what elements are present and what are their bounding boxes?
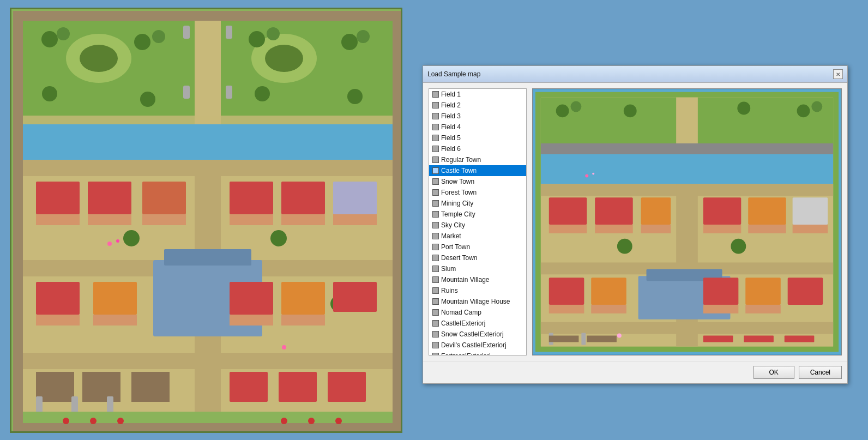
map-list-item[interactable]: Mountain Village House bbox=[429, 296, 526, 307]
map-list-item[interactable]: Castle Town bbox=[429, 165, 526, 176]
map-list-item[interactable]: Mountain Village bbox=[429, 274, 526, 285]
svg-point-18 bbox=[140, 92, 155, 107]
svg-rect-126 bbox=[549, 336, 579, 342]
map-list-item[interactable]: CastleIExteriorj bbox=[429, 318, 526, 329]
svg-point-76 bbox=[308, 418, 315, 424]
map-item-label: Field 4 bbox=[441, 123, 461, 131]
svg-point-70 bbox=[282, 345, 286, 349]
map-list-item[interactable]: FortressiExteriorj bbox=[429, 351, 526, 355]
map-list-item[interactable]: Field 6 bbox=[429, 143, 526, 154]
ok-button[interactable]: OK bbox=[754, 366, 794, 379]
svg-point-72 bbox=[63, 418, 69, 424]
map-list-item[interactable]: Regular Town bbox=[429, 154, 526, 165]
svg-rect-38 bbox=[230, 182, 273, 214]
svg-rect-41 bbox=[281, 214, 325, 225]
svg-point-102 bbox=[617, 239, 632, 254]
svg-point-116 bbox=[571, 101, 582, 112]
svg-point-103 bbox=[731, 239, 746, 254]
map-list-item[interactable]: Temple City bbox=[429, 209, 526, 220]
svg-point-118 bbox=[737, 102, 750, 115]
svg-point-122 bbox=[592, 173, 594, 175]
svg-rect-31 bbox=[23, 353, 393, 369]
svg-point-117 bbox=[624, 105, 637, 118]
map-item-icon bbox=[432, 124, 439, 130]
map-item-icon bbox=[432, 331, 439, 337]
map-list-item[interactable]: Mining City bbox=[429, 198, 526, 209]
map-item-icon bbox=[432, 342, 439, 348]
map-list-item[interactable]: Field 4 bbox=[429, 122, 526, 132]
map-item-label: Temple City bbox=[441, 210, 475, 218]
svg-point-74 bbox=[117, 418, 124, 424]
map-list-item[interactable]: Slum bbox=[429, 263, 526, 274]
svg-rect-107 bbox=[549, 305, 584, 314]
svg-rect-43 bbox=[333, 214, 377, 225]
svg-rect-60 bbox=[82, 372, 120, 402]
map-list-item[interactable]: Desert Town bbox=[429, 252, 526, 263]
map-list-item[interactable]: Nomad Camp bbox=[429, 307, 526, 318]
map-item-label: Ruins bbox=[441, 287, 458, 294]
svg-point-47 bbox=[270, 230, 287, 246]
svg-point-13 bbox=[249, 31, 265, 47]
map-item-label: Nomad Camp bbox=[441, 309, 481, 316]
map-list-item[interactable]: Sky City bbox=[429, 220, 526, 231]
map-list-item[interactable]: Snow CastleIExteriorj bbox=[429, 329, 526, 340]
svg-point-75 bbox=[281, 418, 287, 424]
map-list-item[interactable]: Forest Town bbox=[429, 187, 526, 198]
map-item-icon bbox=[432, 113, 439, 119]
svg-point-115 bbox=[556, 105, 569, 118]
svg-rect-97 bbox=[703, 225, 742, 233]
svg-rect-67 bbox=[107, 396, 113, 413]
map-list-item[interactable]: Ruins bbox=[429, 285, 526, 296]
svg-rect-106 bbox=[549, 278, 584, 305]
svg-rect-89 bbox=[541, 322, 833, 334]
map-list-container: Field 1Field 2Field 3Field 4Field 5Field… bbox=[429, 88, 527, 355]
map-list-item[interactable]: Port Town bbox=[429, 242, 526, 252]
svg-rect-109 bbox=[591, 305, 626, 314]
map-list-item[interactable]: Field 2 bbox=[429, 100, 526, 111]
svg-rect-101 bbox=[793, 225, 828, 233]
svg-point-20 bbox=[347, 89, 363, 104]
map-item-label: Mountain Village bbox=[441, 276, 490, 284]
dialog-close-button[interactable]: ✕ bbox=[833, 69, 843, 79]
map-list-item[interactable]: Market bbox=[429, 231, 526, 242]
map-list-item[interactable]: Field 3 bbox=[429, 111, 526, 122]
map-item-label: Market bbox=[441, 232, 461, 240]
map-list[interactable]: Field 1Field 2Field 3Field 4Field 5Field… bbox=[429, 88, 527, 355]
map-item-label: Field 1 bbox=[441, 91, 461, 98]
map-list-item[interactable]: Field 1 bbox=[429, 89, 526, 100]
svg-rect-54 bbox=[230, 282, 273, 315]
map-item-label: FortressiExteriorj bbox=[441, 352, 491, 355]
map-item-icon bbox=[432, 266, 439, 272]
svg-rect-61 bbox=[131, 372, 170, 402]
svg-rect-51 bbox=[36, 315, 80, 326]
map-item-label: CastleIExteriorj bbox=[441, 320, 485, 327]
svg-rect-65 bbox=[36, 396, 43, 413]
map-item-label: Forest Town bbox=[441, 189, 477, 196]
svg-point-121 bbox=[585, 174, 588, 178]
svg-point-73 bbox=[90, 418, 97, 424]
svg-point-120 bbox=[811, 101, 822, 112]
map-list-item[interactable]: Field 5 bbox=[429, 132, 526, 143]
dialog-body: Field 1Field 2Field 3Field 4Field 5Field… bbox=[423, 83, 847, 361]
load-sample-map-dialog: Load Sample map ✕ Field 1Field 2Field 3F… bbox=[423, 65, 848, 384]
map-item-icon bbox=[432, 287, 439, 294]
svg-point-46 bbox=[123, 230, 140, 246]
svg-point-119 bbox=[797, 105, 810, 118]
map-item-label: Field 2 bbox=[441, 101, 461, 109]
map-item-label: Regular Town bbox=[441, 156, 481, 164]
svg-rect-55 bbox=[230, 315, 273, 326]
svg-rect-98 bbox=[748, 197, 786, 225]
svg-rect-26 bbox=[23, 116, 393, 124]
map-item-icon bbox=[432, 189, 439, 196]
svg-rect-127 bbox=[587, 336, 617, 342]
svg-rect-84 bbox=[541, 154, 833, 184]
cancel-button[interactable]: Cancel bbox=[799, 366, 842, 379]
svg-rect-92 bbox=[595, 197, 633, 225]
svg-rect-52 bbox=[93, 282, 137, 315]
map-list-item[interactable]: Snow Town bbox=[429, 176, 526, 187]
svg-rect-83 bbox=[541, 143, 833, 154]
svg-rect-42 bbox=[333, 182, 377, 214]
map-list-item[interactable]: Devil's CastleIExteriorj bbox=[429, 340, 526, 351]
game-map bbox=[10, 8, 402, 433]
svg-rect-22 bbox=[226, 26, 232, 39]
